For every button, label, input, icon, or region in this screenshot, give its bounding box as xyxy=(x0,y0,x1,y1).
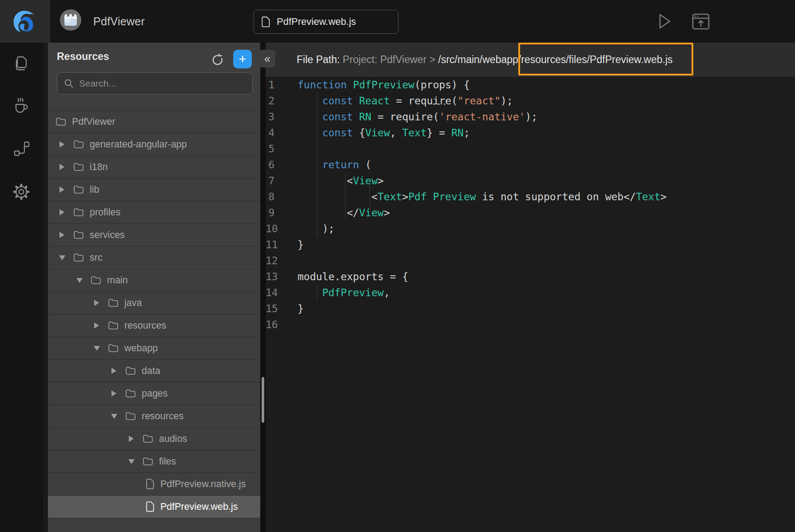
project-avatar xyxy=(60,9,81,31)
tree-item-generated-angular-app[interactable]: generated-angular-app xyxy=(48,133,260,156)
folder-icon xyxy=(125,412,136,421)
code-line-content: return ( xyxy=(298,159,371,171)
panel-title: Resources xyxy=(57,51,109,63)
chevron-down-icon[interactable] xyxy=(60,254,65,261)
line-number: 11 xyxy=(266,237,298,253)
chevron-right-icon[interactable] xyxy=(94,300,99,306)
tree-item-label: resources xyxy=(142,411,183,422)
file-path-highlighted: resources/files/PdfPreview.web.js xyxy=(521,54,672,65)
sidebar-item-workflow[interactable] xyxy=(10,137,33,160)
tree-item-label: PdfViewer xyxy=(72,116,115,127)
chevron-right-icon[interactable] xyxy=(60,164,65,170)
tree-item-resources[interactable]: resources xyxy=(48,314,260,337)
chevron-right-icon[interactable] xyxy=(60,141,65,147)
folder-icon xyxy=(73,163,84,171)
code-line-4: 4 const {View, Text} = RN; xyxy=(266,125,795,141)
line-number: 3 xyxy=(266,109,298,125)
folder-icon xyxy=(56,117,66,126)
line-number: 10 xyxy=(266,221,298,237)
search-box[interactable] xyxy=(57,72,253,95)
tree-item-label: lib xyxy=(90,184,99,195)
code-line-11: 11} xyxy=(266,237,795,253)
line-number: 15 xyxy=(266,301,298,317)
code-line-10: 10 ); xyxy=(266,221,795,237)
code-line-5: 5 xyxy=(266,141,795,157)
code-line-6: 6 return ( xyxy=(266,157,795,173)
tree-item-data[interactable]: data xyxy=(48,360,260,382)
sidebar-item-pages[interactable] xyxy=(10,52,33,75)
chevron-right-icon[interactable] xyxy=(129,436,134,442)
tree-item-label: services xyxy=(90,230,125,241)
chevron-down-icon[interactable] xyxy=(77,277,82,283)
chevron-down-icon[interactable] xyxy=(94,345,99,351)
chevron-right-icon[interactable] xyxy=(111,368,117,374)
code-line-content: const React = require("react"); xyxy=(298,95,513,107)
tree-item-label: main xyxy=(107,275,128,286)
pages-icon xyxy=(12,55,30,72)
add-resource-button[interactable]: + xyxy=(233,50,252,68)
folder-icon xyxy=(108,321,119,330)
file-path-prefix: /src/main/webapp/ xyxy=(438,54,521,65)
tree-item-pdfviewer[interactable]: PdfViewer xyxy=(48,111,260,133)
folder-icon xyxy=(125,366,136,375)
refresh-button[interactable] xyxy=(209,51,227,69)
code-line-15: 15} xyxy=(266,301,795,317)
panel-divider xyxy=(260,43,266,532)
folder-icon xyxy=(73,208,84,217)
sidebar-item-settings[interactable] xyxy=(10,180,33,203)
code-editor[interactable]: File Path: Project: PdfViewer > /src/mai… xyxy=(266,43,795,532)
tree-item-files[interactable]: files xyxy=(48,450,260,473)
publish-button[interactable] xyxy=(689,10,712,33)
chevron-right-icon[interactable] xyxy=(60,209,65,215)
tree-item-pages[interactable]: pages xyxy=(48,382,260,405)
refresh-icon xyxy=(211,53,224,67)
tree-item-webapp[interactable]: webapp xyxy=(48,337,260,360)
collapse-panel-button[interactable]: « xyxy=(259,50,275,67)
search-input[interactable] xyxy=(79,78,246,89)
code-line-content: module.exports = { xyxy=(298,271,408,282)
search-icon xyxy=(64,78,74,89)
chevron-right-icon[interactable] xyxy=(60,187,65,193)
open-file-tab[interactable]: PdfPreview.web.js xyxy=(254,10,398,34)
folder-icon xyxy=(143,457,153,466)
tree-item-src[interactable]: src xyxy=(48,246,260,269)
tree-item-i18n[interactable]: i18n xyxy=(48,156,260,179)
line-number: 5 xyxy=(266,141,298,157)
tree-scrollbar-thumb[interactable] xyxy=(262,377,264,423)
file-icon xyxy=(262,16,270,28)
line-number: 12 xyxy=(266,253,298,269)
code-area[interactable]: 1function PdfPreview(props) {2 const Rea… xyxy=(266,77,795,532)
coffee-icon xyxy=(12,96,31,115)
chevron-right-icon[interactable] xyxy=(111,390,117,397)
file-path-project: Project: PdfViewer > xyxy=(343,54,438,65)
line-number: 14 xyxy=(266,285,298,301)
chevron-right-icon[interactable] xyxy=(94,322,99,329)
chevron-down-icon[interactable] xyxy=(129,458,134,465)
tree-item-pdfpreview-web-js[interactable]: PdfPreview.web.js xyxy=(48,496,260,518)
chevron-down-icon[interactable] xyxy=(111,413,117,419)
tree-item-audios[interactable]: audios xyxy=(48,428,260,450)
code-line-content: </View> xyxy=(298,207,390,218)
play-icon xyxy=(654,12,673,31)
tree-item-label: PdfPreview.native.js xyxy=(160,479,246,490)
tree-item-resources[interactable]: resources xyxy=(48,405,260,428)
tree-item-profiles[interactable]: profiles xyxy=(48,201,260,224)
sidebar-item-java[interactable] xyxy=(10,94,33,117)
run-play-button[interactable] xyxy=(652,10,675,33)
tree-item-label: resources xyxy=(124,320,166,331)
tree-item-lib[interactable]: lib xyxy=(48,179,260,201)
tree-item-pdfpreview-native-js[interactable]: PdfPreview.native.js xyxy=(48,473,260,496)
folder-icon xyxy=(108,298,119,307)
folder-icon xyxy=(73,185,84,194)
code-line-1: 1function PdfPreview(props) { xyxy=(266,77,795,93)
folder-icon xyxy=(73,230,84,239)
code-line-content: <Text>Pdf Preview is not supported on we… xyxy=(298,191,667,202)
tree-item-main[interactable]: main xyxy=(48,269,260,292)
indent-guide xyxy=(345,173,346,221)
tree-item-label: audios xyxy=(159,433,187,445)
tree-item-services[interactable]: services xyxy=(48,224,260,246)
chevron-right-icon[interactable] xyxy=(60,232,65,238)
tree-item-java[interactable]: java xyxy=(48,292,260,314)
code-line-12: 12 xyxy=(266,253,795,269)
folder-icon xyxy=(125,389,136,398)
